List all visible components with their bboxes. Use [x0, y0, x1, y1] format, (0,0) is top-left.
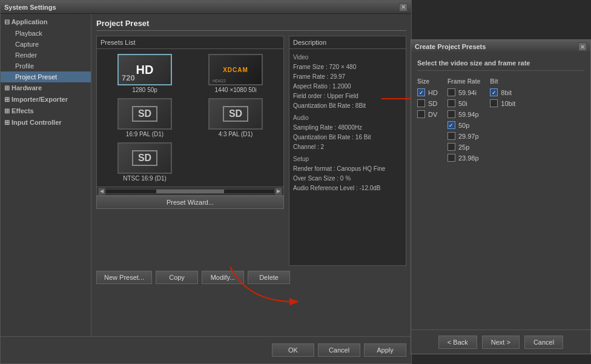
- sd-label-3: SD: [132, 150, 157, 166]
- cancel-button[interactable]: Cancel: [318, 343, 360, 357]
- sidebar-item-hardware[interactable]: ⊞ Hardware: [1, 82, 91, 94]
- bit-8-label: 8bit: [501, 89, 512, 96]
- quant-bit-video: Quantization Bit Rate : 8Bit: [293, 101, 402, 111]
- sidebar-item-playback[interactable]: Playback: [1, 28, 91, 39]
- delete-button[interactable]: Delete: [248, 271, 290, 284]
- fr-5994i-item[interactable]: 59.94i: [447, 88, 480, 96]
- preset-thumb-169pal: SD: [117, 98, 172, 130]
- scroll-track[interactable]: [105, 189, 275, 194]
- fr-2997p-item[interactable]: 29.97p: [447, 132, 480, 140]
- apply-button[interactable]: Apply: [364, 343, 406, 357]
- frame-rate-column: Frame Rate 59.94i 50i 59.94p 50p: [447, 78, 480, 165]
- overscan: Over Scan Size : 0 %: [293, 174, 402, 184]
- window-close-button[interactable]: ✕: [399, 3, 408, 12]
- audio-ref: Audio Reference Level : -12.0dB: [293, 184, 402, 193]
- fr-2398p-item[interactable]: 23.98p: [447, 154, 480, 162]
- sd-label-1: SD: [132, 106, 157, 122]
- preset-thumb-ntsc: SD: [117, 142, 172, 174]
- scroll-left-arrow[interactable]: ◀: [98, 188, 105, 195]
- window-titlebar: System Settings ✕: [1, 1, 411, 14]
- fr-5994i-checkbox[interactable]: [447, 88, 455, 96]
- dialog-cancel-button[interactable]: Cancel: [524, 336, 563, 349]
- fr-50p-item[interactable]: 50p: [447, 121, 480, 129]
- size-sd-item[interactable]: SD: [417, 99, 438, 107]
- preset-list-scrollbar[interactable]: ◀ ▶: [97, 187, 283, 195]
- preset-wizard-button[interactable]: Preset Wizard...: [96, 196, 284, 209]
- sidebar-item-project-preset[interactable]: Project Preset: [1, 71, 91, 82]
- preset-hd-label: HD: [136, 63, 154, 77]
- fr-50i-item[interactable]: 50i: [447, 99, 480, 107]
- create-presets-dialog: Create Project Presets ✕ Select the vide…: [411, 39, 591, 354]
- preset-item-43pal[interactable]: SD 4:3 PAL (D1): [193, 98, 279, 137]
- back-button[interactable]: < Back: [438, 336, 477, 349]
- preset-item-xdcam[interactable]: XDCAM HD422 1440 ×1080 50i: [193, 54, 279, 93]
- system-settings-window: System Settings ✕ ⊟ Application Playback…: [0, 0, 412, 364]
- bit-8-item[interactable]: 8bit: [490, 88, 515, 96]
- aspect-ratio: Aspect Ratio : 1.2000: [293, 82, 402, 91]
- bit-10-item[interactable]: 10bit: [490, 99, 515, 107]
- fr-50p-checkbox[interactable]: [447, 121, 455, 129]
- size-hd-item[interactable]: HD: [417, 88, 438, 96]
- preset-item-169pal[interactable]: SD 16:9 PAL (D1): [102, 98, 188, 137]
- size-sd-label: SD: [428, 100, 437, 107]
- bit-label: Bit: [490, 78, 515, 85]
- ok-button[interactable]: OK: [272, 343, 314, 357]
- size-label: Size: [417, 78, 438, 85]
- size-sd-checkbox[interactable]: [417, 99, 425, 107]
- sidebar-item-render[interactable]: Render: [1, 50, 91, 61]
- bottom-bar: OK Cancel Apply: [1, 336, 411, 363]
- fr-2997p-checkbox[interactable]: [447, 132, 455, 140]
- fr-25p-checkbox[interactable]: [447, 143, 455, 151]
- setup-label: Setup: [293, 154, 402, 164]
- size-hd-checkbox[interactable]: [417, 88, 425, 96]
- fr-25p-item[interactable]: 25p: [447, 143, 480, 151]
- preset-item-hd720[interactable]: HD 720 1280 50p: [102, 54, 188, 93]
- modify-button[interactable]: Modify...: [202, 271, 244, 284]
- size-hd-label: HD: [428, 89, 438, 96]
- fr-50i-label: 50i: [458, 100, 467, 107]
- preset-name-xdcam: 1440 ×1080 50i: [214, 87, 256, 93]
- sidebar-item-effects[interactable]: ⊞ Effects: [1, 105, 91, 117]
- sidebar-item-application[interactable]: ⊟ Application: [1, 16, 91, 28]
- fr-5994i-label: 59.94i: [458, 89, 477, 96]
- sidebar-item-importer[interactable]: ⊞ Importer/Exporter: [1, 94, 91, 105]
- preset-hd-720: 720: [122, 73, 135, 82]
- copy-button[interactable]: Copy: [156, 271, 198, 284]
- xdcam-sub: HD422: [213, 79, 226, 83]
- preset-item-ntsc169[interactable]: SD NTSC 16:9 (D1): [102, 142, 188, 182]
- video-label: Video: [293, 53, 402, 62]
- sidebar-item-input-controller[interactable]: ⊞ Input Controller: [1, 117, 91, 128]
- fr-2398p-label: 23.98p: [458, 154, 479, 162]
- presets-list: Presets List HD 720 1280 50p: [96, 36, 284, 196]
- window-title: System Settings: [4, 4, 56, 11]
- fr-5994p-item[interactable]: 59.94p: [447, 110, 480, 118]
- dialog-bottom-buttons: < Back Next > Cancel: [411, 329, 590, 354]
- preset-grid: HD 720 1280 50p XDCAM HD422: [97, 49, 283, 187]
- fr-2398p-checkbox[interactable]: [447, 154, 455, 162]
- size-dv-checkbox[interactable]: [417, 110, 425, 118]
- sidebar-item-profile[interactable]: Profile: [1, 61, 91, 71]
- quant-bit-audio: Quantization Bit Rate : 16 Bit: [293, 133, 402, 142]
- scroll-right-arrow[interactable]: ▶: [275, 188, 282, 195]
- fr-50i-checkbox[interactable]: [447, 99, 455, 107]
- dialog-subtitle: Select the video size and frame rate: [417, 59, 584, 71]
- bit-10-checkbox[interactable]: [490, 99, 498, 107]
- sd-label-2: SD: [223, 106, 248, 122]
- sidebar: ⊟ Application Playback Capture Render Pr…: [1, 14, 91, 336]
- preset-action-buttons: New Preset... Copy Modify... Delete: [96, 271, 406, 284]
- new-preset-button[interactable]: New Preset...: [96, 271, 152, 284]
- window-body: ⊟ Application Playback Capture Render Pr…: [1, 14, 411, 336]
- fr-50p-label: 50p: [458, 122, 469, 129]
- size-dv-item[interactable]: DV: [417, 110, 438, 118]
- dialog-close-button[interactable]: ✕: [578, 42, 587, 51]
- bit-8-checkbox[interactable]: [490, 88, 498, 96]
- fr-2997p-label: 29.97p: [458, 133, 479, 140]
- fr-5994p-checkbox[interactable]: [447, 110, 455, 118]
- frame-rate: Frame Rate : 29.97: [293, 72, 402, 82]
- next-button[interactable]: Next >: [482, 336, 520, 349]
- preset-name-169pal: 16:9 PAL (D1): [126, 131, 163, 137]
- panel-title: Project Preset: [96, 19, 406, 31]
- sidebar-item-capture[interactable]: Capture: [1, 39, 91, 50]
- bit-column: Bit 8bit 10bit: [490, 78, 515, 165]
- description-title: Description: [289, 36, 406, 49]
